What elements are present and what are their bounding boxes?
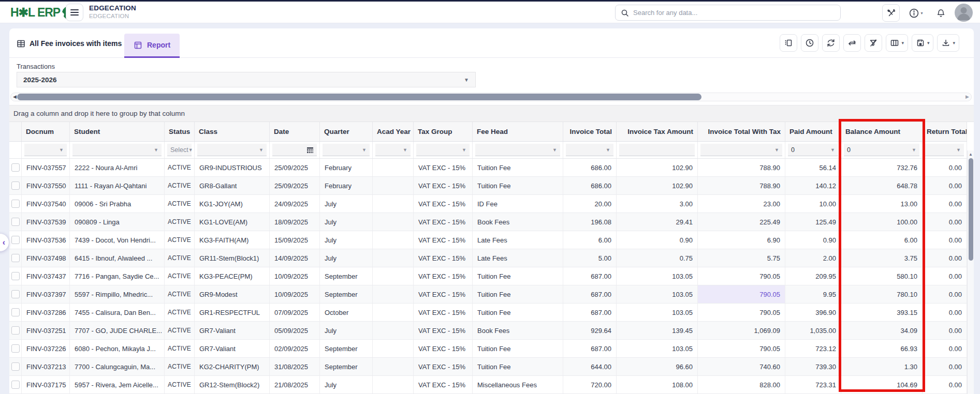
cell-docnum[interactable]: FINV-037437 [22,267,70,285]
filter-invoice_tax_amount[interactable] [617,142,698,158]
filter-box-status[interactable]: Select▼ [167,144,192,156]
filter-acad_year[interactable]: ▼ [373,142,414,158]
cell-paid_amount[interactable]: 56.14 [785,159,841,176]
cell-return_total[interactable]: 0.00 [923,231,967,249]
cell-invoice_total[interactable]: 6.00 [563,231,617,249]
cell-paid_amount[interactable]: 723.12 [785,340,841,357]
cell-balance_amount[interactable]: 100.00 [841,213,923,231]
cell-return_total[interactable]: 0.00 [923,376,967,393]
cell-return_total[interactable]: 0.00 [923,195,967,213]
cell-invoice_tax_amount[interactable]: 108.00 [617,376,698,393]
filter-box-fee_head[interactable]: ▼ [475,144,560,156]
cell-invoice_total[interactable]: 196.08 [563,213,617,231]
cell-invoice_total_with_tax[interactable]: 828.00 [698,376,785,393]
cell-student[interactable]: 7716 - Pangan, Saydie Ce... [70,267,165,285]
info-button[interactable]: ▾ [907,4,925,22]
cell-student[interactable]: 1111 - Rayan Al-Qahtani [70,177,165,194]
cell-status[interactable]: ACTIVE [165,358,195,375]
filter-box-tax_group[interactable]: ▼ [416,144,470,156]
cell-docnum[interactable]: FINV-037540 [22,195,70,213]
cell-fee_head[interactable]: Tuition Fee [473,267,563,285]
cell-return_total[interactable]: 0.00 [923,267,967,285]
cell-class[interactable]: KG1-JOY(AM) [195,195,270,213]
col-header-class[interactable]: Class [195,122,270,141]
cell-acad_year[interactable] [373,267,414,285]
search-input[interactable] [633,9,835,17]
cell-invoice_tax_amount[interactable]: 29.41 [617,213,698,231]
cell-acad_year[interactable] [373,304,414,321]
cell-invoice_total_with_tax[interactable]: 790.05 [698,285,785,303]
cell-invoice_total[interactable]: 686.00 [563,159,617,176]
filter-tax_group[interactable]: ▼ [414,142,473,158]
cell-paid_amount[interactable]: 125.49 [785,213,841,231]
cell-acad_year[interactable] [373,285,414,303]
cell-balance_amount[interactable]: 6.00 [841,231,923,249]
col-header-invoice_total[interactable]: Invoice Total [563,122,617,141]
scroll-right-arrow[interactable]: ▶ [966,94,969,99]
cell-balance_amount[interactable]: 104.69 [841,376,923,393]
col-header-status[interactable]: Status [165,122,195,141]
filter-box-date[interactable] [272,144,317,156]
cell-student[interactable]: 7455 - Calisura, Dan Ben... [70,304,165,321]
tools-button[interactable] [882,4,900,22]
cell-paid_amount[interactable]: 2.00 [785,249,841,267]
cell-fee_head[interactable]: ID Fee [473,195,563,213]
cell-tax_group[interactable]: VAT EXC - 15% [414,267,473,285]
cell-return_total[interactable]: 0.00 [923,213,967,231]
cell-date[interactable]: 25/09/2025 [270,177,320,194]
row-checkbox[interactable] [11,181,20,190]
cell-tax_group[interactable]: VAT EXC - 15% [414,213,473,231]
cell-date[interactable]: 07/09/2025 [270,304,320,321]
cell-class[interactable]: KG1-LOVE(AM) [195,213,270,231]
row-checkbox[interactable] [11,362,20,371]
filter-date[interactable] [270,142,320,158]
filter-box-balance_amount[interactable]: 0▼ [844,144,919,156]
filter-balance_amount[interactable]: 0▼ [841,142,923,158]
cell-balance_amount[interactable]: 580.10 [841,267,923,285]
filter-docnum[interactable]: ▼ [22,142,70,158]
filter-box-docnum[interactable]: ▼ [24,144,67,156]
cell-class[interactable]: KG3-FAITH(AM) [195,231,270,249]
cell-fee_head[interactable]: Tuition Fee [473,340,563,357]
cell-acad_year[interactable] [373,195,414,213]
filter-status[interactable]: Select▼ [165,142,195,158]
cell-acad_year[interactable] [373,340,414,357]
cell-balance_amount[interactable]: 3.75 [841,249,923,267]
cell-quarter[interactable]: July [320,195,373,213]
hal-erp-logo[interactable]: H✱L ERP95 [10,6,75,20]
cell-paid_amount[interactable]: 209.95 [785,267,841,285]
cell-class[interactable]: GR9-Modest [195,285,270,303]
cell-class[interactable]: GR1-RESPECTFUL [195,304,270,321]
cell-status[interactable]: ACTIVE [165,159,195,176]
cell-return_total[interactable]: 0.00 [923,322,967,339]
cell-docnum[interactable]: FINV-037557 [22,159,70,176]
filter-box-quarter[interactable]: ▼ [323,144,370,156]
cell-acad_year[interactable] [373,358,414,375]
filter-invoice_total[interactable]: ▼ [563,142,617,158]
cell-acad_year[interactable] [373,376,414,393]
col-header-fee_head[interactable]: Fee Head [473,122,563,141]
cell-paid_amount[interactable]: 10.00 [785,195,841,213]
cell-invoice_total[interactable]: 929.64 [563,322,617,339]
cell-status[interactable]: ACTIVE [165,304,195,321]
cell-quarter[interactable]: July [320,231,373,249]
col-header-date[interactable]: Date [270,122,320,141]
cell-date[interactable]: 02/09/2025 [270,340,320,357]
cell-quarter[interactable]: October [320,304,373,321]
vertical-scrollbar-thumb[interactable] [969,158,973,261]
cell-invoice_total_with_tax[interactable]: 23.00 [698,195,785,213]
cell-status[interactable]: ACTIVE [165,195,195,213]
cell-invoice_total_with_tax[interactable]: 788.90 [698,177,785,194]
filter-invoice_total_with_tax[interactable]: ▼ [698,142,785,158]
cell-date[interactable]: 21/08/2025 [270,376,320,393]
cell-student[interactable]: 7700 - Calungcaguin, Ma... [70,358,165,375]
cell-acad_year[interactable] [373,213,414,231]
cell-quarter[interactable]: July [320,249,373,267]
cell-student[interactable]: 7707 - GO, JUDE CHARLE... [70,322,165,339]
hamburger-menu-button[interactable] [66,4,83,21]
cell-invoice_total[interactable]: 687.00 [563,285,617,303]
cell-paid_amount[interactable]: 9.95 [785,285,841,303]
group-by-dropzone[interactable]: Drag a column and drop it here to group … [9,105,974,122]
col-header-docnum[interactable]: Docnum [22,122,70,141]
cell-quarter[interactable]: July [320,376,373,393]
